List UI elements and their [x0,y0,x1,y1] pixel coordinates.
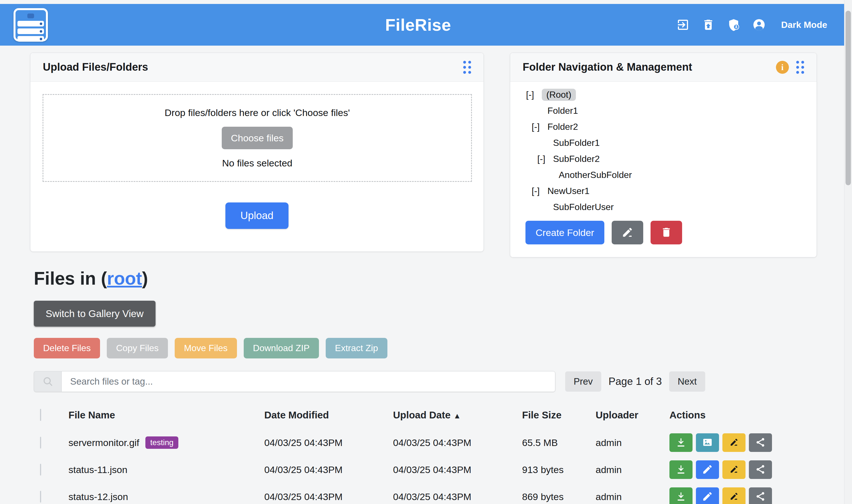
admin-shield-icon[interactable] [727,18,741,32]
rename-tag-button[interactable] [723,433,746,452]
folder-tree-item[interactable]: SubFolder1 [525,135,632,151]
delete-folder-button[interactable] [650,221,682,245]
table-row: status-12.json 04/03/25 04:43PM 04/03/25… [34,483,820,504]
table-header-row: File Name Date Modified Upload Date▲ Fil… [34,406,820,425]
tree-toggle[interactable]: [-] [537,154,553,164]
folder-tree-item[interactable]: SubFolderUser [525,199,632,215]
tree-toggle[interactable]: [-] [532,122,547,132]
move-files-button[interactable]: Move Files [175,338,237,358]
tree-toggle[interactable]: [-] [526,90,542,100]
copy-files-button[interactable]: Copy Files [107,338,168,358]
tree-folder-label[interactable]: (Root) [542,89,576,101]
drag-handle-icon[interactable] [796,61,804,74]
delete-files-button[interactable]: Delete Files [34,338,100,358]
edit-pencil-icon [702,464,713,476]
folder-card-header: Folder Navigation & Management i [510,53,817,82]
table-row: status-11.json 04/03/25 04:43PM 04/03/25… [34,456,820,483]
logout-icon[interactable] [676,18,690,32]
row-checkbox[interactable] [40,437,41,449]
create-folder-button[interactable]: Create Folder [525,221,604,245]
bulk-action-buttons: Delete FilesCopy FilesMove FilesDownload… [34,338,387,358]
file-dropzone[interactable]: Drop files/folders here or click 'Choose… [42,94,472,182]
extract-zip-button[interactable]: Extract Zip [326,338,387,358]
preview-or-edit-button[interactable] [696,433,719,452]
account-circle-icon[interactable] [752,18,766,32]
share-button[interactable] [749,487,772,504]
pagination: Prev Page 1 of 3 Next [565,371,705,392]
rename-pencil-icon [728,437,740,449]
rename-pencil-icon [728,491,740,503]
folder-tree-item[interactable]: [-] NewUser1 [525,183,632,199]
share-button[interactable] [749,433,772,452]
tree-folder-label[interactable]: SubFolder2 [553,154,599,164]
dropzone-instruction: Drop files/folders here or click 'Choose… [164,107,350,118]
row-checkbox[interactable] [40,491,41,503]
rename-pencil-icon [728,464,740,476]
upload-date: 04/03/25 04:43PM [393,464,522,475]
tree-folder-label[interactable]: Folder1 [547,106,578,116]
download-zip-button[interactable]: Download ZIP [244,338,319,358]
folder-tree-item[interactable]: Folder1 [525,103,632,119]
folder-navigation-card: Folder Navigation & Management i [-] (Ro… [510,53,817,257]
page-scrollbar[interactable] [844,0,852,504]
tree-folder-label[interactable]: AnotherSubFolder [559,170,632,180]
tree-folder-label[interactable]: SubFolderUser [553,202,614,212]
download-button[interactable] [670,487,693,504]
prev-page-button[interactable]: Prev [565,372,601,392]
file-table: File Name Date Modified Upload Date▲ Fil… [34,406,820,504]
sort-ascending-icon: ▲ [453,412,461,420]
folder-tree-item[interactable]: [-] Folder2 [525,119,632,135]
column-header-date-modified[interactable]: Date Modified [264,409,393,421]
row-checkbox[interactable] [40,464,41,475]
file-name[interactable]: servermonitor.gif [68,437,139,448]
rename-folder-button[interactable] [612,221,643,245]
folder-tree-item[interactable]: [-] SubFolder2 [525,151,632,167]
folder-tree-item[interactable]: [-] (Root) [525,87,632,103]
choose-files-button[interactable]: Choose files [222,127,293,149]
preview-or-edit-button[interactable] [696,487,719,504]
info-icon[interactable]: i [776,61,789,74]
logo-drive-bar [17,36,44,42]
share-button[interactable] [749,460,772,479]
file-name[interactable]: status-11.json [68,464,127,475]
share-icon [755,437,766,449]
folder-tree: [-] (Root) Folder1 [-] Folder2 SubFolder… [525,87,632,215]
folder-tree-item[interactable]: AnotherSubFolder [525,167,632,183]
upload-button[interactable]: Upload [225,202,289,229]
download-button[interactable] [670,433,693,452]
drag-handle-icon[interactable] [463,61,471,74]
scrollbar-thumb[interactable] [846,11,851,185]
file-name[interactable]: status-12.json [68,491,128,502]
filerise-app: FileRise [0,0,852,504]
rename-tag-button[interactable] [723,487,746,504]
tree-toggle[interactable]: [-] [532,186,547,196]
tree-folder-label[interactable]: NewUser1 [547,186,589,196]
pencil-icon [622,227,633,239]
next-page-button[interactable]: Next [669,372,705,392]
tree-folder-label[interactable]: Folder2 [547,122,578,132]
tag-badge: testing [145,436,178,449]
edit-pencil-icon [702,491,713,503]
preview-or-edit-button[interactable] [696,460,719,479]
column-header-file-size[interactable]: File Size [522,409,596,421]
row-actions [670,487,820,504]
tree-folder-label[interactable]: SubFolder1 [553,138,599,148]
root-folder-link[interactable]: root [107,268,142,289]
trash-icon [660,227,672,239]
files-heading: Files in (root) [34,268,148,289]
select-all-checkbox[interactable] [40,409,41,421]
dark-mode-toggle[interactable]: Dark Mode [781,20,827,30]
search-icon [34,371,62,392]
search-group [34,371,555,392]
download-button[interactable] [670,460,693,479]
date-modified: 04/03/25 04:43PM [264,491,393,502]
column-header-uploader[interactable]: Uploader [596,409,670,421]
restore-from-trash-icon[interactable] [701,18,715,32]
column-header-file-name[interactable]: File Name [68,409,264,421]
file-size: 65.5 MB [522,437,596,448]
rename-tag-button[interactable] [723,460,746,479]
switch-gallery-view-button[interactable]: Switch to Gallery View [34,301,156,327]
search-input[interactable] [62,371,555,392]
column-header-upload-date[interactable]: Upload Date▲ [393,409,522,421]
folder-card-title: Folder Navigation & Management [523,61,692,73]
